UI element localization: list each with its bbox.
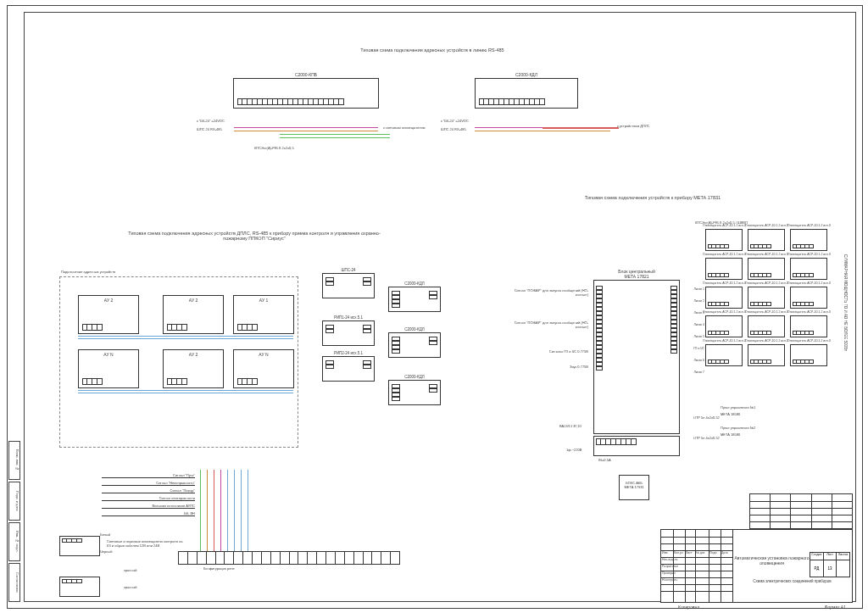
speaker-label-8: Оповещатель АСР-10.1.2 исп.3 xyxy=(787,281,830,285)
au-area-title: Подключение адресных устройств xyxy=(61,270,115,274)
wire xyxy=(78,336,293,337)
sig-2: Сигнал "Пожар" xyxy=(102,488,195,493)
block-sps24: ШПС-24 xyxy=(322,273,375,298)
tb-sh0: Стадия xyxy=(810,553,824,560)
tab-0: Взам. инв. № xyxy=(8,441,20,480)
speaker-block-11: Оповещатель АСР-10.1.2 исп.3 xyxy=(790,315,827,337)
cpu-rlab-6: ГО и ЧС xyxy=(693,347,704,350)
block-kdl-3: С2000-КДЛ xyxy=(388,380,441,405)
device-s2000-kpb-label: С2000-КПБ xyxy=(234,72,378,77)
terminal-strip xyxy=(178,551,400,565)
wire xyxy=(280,134,390,135)
wire xyxy=(78,390,293,391)
tb-r0: Изм. xyxy=(662,551,669,554)
speaker-block-8: Оповещатель АСР-10.1.2 исп.3 xyxy=(790,287,827,309)
panel1-model: МЕТА 18580 xyxy=(721,412,740,416)
speaker-label-5: Оповещатель АСР-10.1.2 исп.3 xyxy=(787,253,830,256)
rly-lab-3: красный xyxy=(124,585,137,589)
cpu-rlab-8: Линия 7 xyxy=(693,371,704,374)
cpu-model: МЕТА 17821 xyxy=(594,274,679,279)
wire xyxy=(234,131,378,131)
tab-1: Подп. и дата xyxy=(8,482,20,521)
tab-2: Инв. № подл. xyxy=(8,522,20,561)
tb-sv1: 13 xyxy=(824,560,837,577)
cpu-siglabel-1: Сигнал "ПОЖАР" для запуска сообщений (НО… xyxy=(512,320,588,329)
cpu-siglabel-2: Сигналы ГО и ЧС 0.775В xyxy=(512,349,588,354)
tb-project-title: Автоматическая установка пожарного опове… xyxy=(734,555,810,566)
tb-sh1: Лист xyxy=(824,553,837,560)
label-sps24-left: ШПС 24 RS-485 xyxy=(197,127,222,131)
speaker-block-6: Оповещатель АСР-10.1.2 исп.3 xyxy=(705,287,743,309)
wire xyxy=(207,470,208,551)
speaker-block-7: Оповещатель АСР-10.1.2 исп.3 xyxy=(748,287,785,309)
tb-role0: Нач.отдела xyxy=(662,558,677,561)
central-unit: Блок центральный МЕТА 17821 Линия 1 xyxy=(593,280,680,434)
akb-box: БОКС АКБМЕТА 17931 xyxy=(619,475,649,500)
speaker-label-13: Оповещатель АСР-10.1.2 исп.3 xyxy=(745,339,787,343)
cpu-rlab-5: Линия 5 xyxy=(693,335,704,338)
tb-project-sub: Схема электрических соединений приборов xyxy=(734,579,850,583)
au-block-6: АУ N xyxy=(233,349,294,388)
tb-sign-grid: Изм. Кол.уч Лист № док Подп. Дата Нач.от… xyxy=(661,530,733,602)
tb-r5: Дата xyxy=(721,551,728,554)
wire xyxy=(248,470,248,551)
wire xyxy=(200,470,201,551)
akb-box-label: БОКС АКБМЕТА 17931 xyxy=(620,481,648,489)
title-left: Типовая схема подключения адресных устро… xyxy=(127,231,381,241)
cpu-right-col xyxy=(670,286,677,354)
wire xyxy=(220,470,221,551)
drawing-sheet: Типовая схема подключения адресных устро… xyxy=(0,0,868,613)
cpu-siglabel-0: Сигнал "ПОЖАР" для запуска сообщений (НО… xyxy=(512,288,588,297)
sig-1: Сигнал "Неисправность" xyxy=(102,481,195,486)
label-dpls-note: к устройствам ДПЛС xyxy=(617,124,649,128)
speaker-label-7: Оповещатель АСР-10.1.2 исп.3 xyxy=(745,281,787,285)
block-rip1-label: РИП1-24 исх.5.1 xyxy=(323,315,374,320)
speaker-label-10: Оповещатель АСР-10.1.2 исп.3 xyxy=(745,310,787,314)
speaker-label-11: Оповещатель АСР-10.1.2 исп.3 xyxy=(787,310,830,314)
speaker-label-4: Оповещатель АСР-10.1.2 исп.3 xyxy=(745,253,787,256)
left-tab-column: Взам. инв. № Подп. и дата Инв. № подл. С… xyxy=(8,441,20,604)
au-6-label: АУ N xyxy=(234,352,293,357)
au-4-label: АУ N xyxy=(79,352,138,357)
tb-sh2: Листов xyxy=(837,553,849,560)
sig-0: Сигнал "Пуск" xyxy=(102,473,195,478)
fuses-label: IN=0,5A xyxy=(598,458,611,462)
cpu-rlab-4: Линия 4 xyxy=(693,323,704,326)
sig-5: БК, ВН xyxy=(102,511,195,516)
block-kdl-2-label: С2000-КДЛ xyxy=(389,327,440,332)
signal-list: Сигнал "Пуск" Сигнал "Неисправность" Сиг… xyxy=(102,471,195,519)
speaker-block-2: Оповещатель АСР-10.1.2 исп.3 xyxy=(790,229,827,251)
cable2: UTP 5e 4x2x0.52 xyxy=(693,436,720,440)
panel1-name: Пульт управления №1 xyxy=(721,405,755,410)
label-sps24-right: ШПС 24 RS-485 xyxy=(441,127,466,131)
rly-lab-0: Белый xyxy=(100,532,110,537)
device-s2000-kdl: С2000-КДЛ xyxy=(475,78,578,109)
au-block-5: АУ 2 xyxy=(163,349,224,388)
au-block-3: АУ 1 xyxy=(233,295,294,334)
power-220: 1ф ~220В xyxy=(566,448,581,452)
wire xyxy=(227,470,228,551)
wire xyxy=(78,338,293,339)
speaker-label-1: Оповещатель АСР-10.1.2 исп.3 xyxy=(745,224,787,227)
speaker-block-10: Оповещатель АСР-10.1.2 исп.3 xyxy=(748,315,785,337)
cpu-rlab-7: Линия 6 xyxy=(693,359,704,362)
tb-r1: Кол.уч xyxy=(674,551,683,554)
rly-lab-1: Черный xyxy=(100,549,112,554)
panel2-model: МЕТА 18580 xyxy=(721,432,740,437)
speaker-block-12: Оповещатель АСР-10.1.2 исп.3 xyxy=(705,344,743,366)
speaker-block-0: Оповещатель АСР-10.1.2 исп.3 xyxy=(705,229,743,251)
term-row-kdl xyxy=(479,98,545,105)
wire xyxy=(214,470,214,551)
au-3-label: АУ 1 xyxy=(234,298,293,303)
speaker-block-4: Оповещатель АСР-10.1.2 исп.3 xyxy=(748,258,785,280)
label-bk24-right: к "БК-24" =24VDC xyxy=(441,119,469,123)
block-rip2-label: РИП2-24 исх.5.1 xyxy=(323,351,374,355)
breaker-label: ВА24/11 3Г,10 xyxy=(559,424,581,428)
block-kdl-1: С2000-КДЛ xyxy=(388,287,441,312)
tb-role1: Разработал xyxy=(662,565,678,568)
speaker-label-2: Оповещатель АСР-10.1.2 исп.3 xyxy=(787,224,830,227)
tb-role2: Проверил xyxy=(662,571,676,575)
tb-role3: Н.контроль xyxy=(662,578,677,582)
device-s2000-kdl-label: С2000-КДЛ xyxy=(476,72,577,77)
speaker-label-12: Оповещатель АСР-10.1.2 исп.3 xyxy=(703,339,745,343)
